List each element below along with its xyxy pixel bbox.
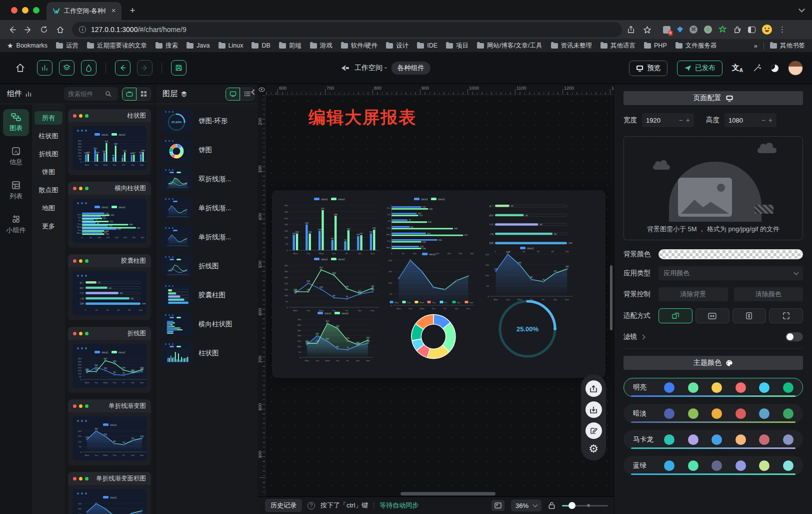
bookmark-folder[interactable]: 设计 <box>386 42 408 50</box>
theme-color-dot[interactable] <box>759 382 770 393</box>
publish-action-button[interactable] <box>586 380 602 397</box>
bookmark-folder[interactable]: PHP <box>644 42 667 49</box>
bookmark-folder[interactable]: 网站/博客/文章/工具 <box>477 42 542 50</box>
profile-avatar[interactable] <box>762 25 772 35</box>
sidebar-tab-1[interactable]: 图表 <box>3 109 29 136</box>
site-info-icon[interactable]: i <box>79 26 86 33</box>
reload-button[interactable] <box>37 23 51 37</box>
zoom-select[interactable]: 36% <box>511 499 542 511</box>
slider-handle[interactable] <box>568 502 576 509</box>
redo-button[interactable] <box>137 60 152 76</box>
board-title-text[interactable]: 编辑大屏报表 <box>308 106 416 129</box>
theme-color-dot[interactable] <box>712 382 722 393</box>
vertical-scrollbar[interactable] <box>610 265 612 330</box>
language-icon[interactable]: 文A <box>732 63 743 73</box>
theme-color-dot[interactable] <box>712 460 722 471</box>
component-card[interactable]: 柱状图data1data2050100150200250300350MonTue… <box>68 109 151 175</box>
category-3[interactable]: 折线图 <box>34 147 62 161</box>
search-input[interactable] <box>68 91 103 98</box>
dashboard-chart-line-gradient-2[interactable]: data1050100150200MonTueWedThuFriSatSun12… <box>482 245 575 301</box>
help-icon[interactable]: ? <box>308 502 315 509</box>
fit-stretch-button[interactable] <box>769 308 803 323</box>
layer-item[interactable]: 25.00%饼图-环形 <box>162 109 254 133</box>
height-value[interactable]: 1080 <box>728 117 758 124</box>
theme-color-dot[interactable] <box>664 408 674 419</box>
theme-color-dot[interactable] <box>736 460 746 471</box>
component-card[interactable]: 单折线渐变图data1050100150200MonTueWedThuFriSa… <box>68 399 151 465</box>
bookmark-folder[interactable]: 其他语言 <box>600 42 636 50</box>
app-type-select[interactable]: 应用颜色 <box>658 266 803 280</box>
fit-scale-button[interactable] <box>658 308 692 323</box>
layer-list-view-toggle[interactable] <box>240 88 254 101</box>
layer-item[interactable]: 胶囊柱图 <box>162 283 254 307</box>
bookmark-folder[interactable]: 近期需要读的文章 <box>87 42 147 50</box>
theme-color-dot[interactable] <box>688 408 698 419</box>
browser-menu-icon[interactable]: ⋮ <box>778 25 786 34</box>
theme-color-dot[interactable] <box>759 460 770 471</box>
clear-color-button[interactable]: 清除颜色 <box>734 287 804 301</box>
extension-kite-icon[interactable] <box>677 27 683 33</box>
details-panel-toggle[interactable] <box>81 60 96 76</box>
theme-color-dot[interactable] <box>664 382 674 393</box>
app-home-button[interactable] <box>15 63 30 73</box>
page-config-header[interactable]: 页面配置 <box>624 91 803 105</box>
category-6[interactable]: 地图 <box>34 201 62 215</box>
theme-color-dot[interactable] <box>712 408 722 419</box>
layer-thumbnail-view-toggle[interactable] <box>226 88 240 101</box>
theme-color-header[interactable]: 主题颜色 <box>624 356 803 370</box>
theme-color-dot[interactable] <box>783 382 794 393</box>
bookmark-folder[interactable]: Java <box>186 42 210 49</box>
edit-action-button[interactable] <box>586 422 602 439</box>
extension-dot-icon[interactable] <box>704 26 712 34</box>
theme-color-dot[interactable] <box>783 460 794 471</box>
theme-row-明亮[interactable]: 明亮 <box>624 378 803 397</box>
bookmark-folder[interactable]: 项目 <box>446 42 468 50</box>
layer-item[interactable]: 饼图 <box>162 138 254 162</box>
theme-color-dot[interactable] <box>759 408 770 419</box>
share-icon[interactable] <box>624 23 638 37</box>
theme-row-暗淡[interactable]: 暗淡 <box>624 404 803 423</box>
magic-wand-icon[interactable] <box>752 64 762 73</box>
background-upload-dropzone[interactable]: 背景图需小于 5M ， 格式为 png/jpg/gif 的文件 <box>624 136 803 240</box>
bookmark-folder[interactable]: 资讯未整理 <box>551 42 592 50</box>
bookmarks-overflow-icon[interactable]: » <box>754 42 758 50</box>
minus-icon[interactable]: − <box>762 116 766 124</box>
component-card[interactable]: 横向柱状图data1data2050100150200250300350Sun1… <box>68 182 151 248</box>
height-stepper[interactable]: 1080 − + <box>724 113 776 127</box>
horizontal-scrollbar[interactable] <box>400 492 496 495</box>
settings-gear-icon[interactable]: ⚙ <box>588 443 598 454</box>
fit-width-button[interactable] <box>696 308 730 323</box>
extensions-puzzle-icon[interactable] <box>733 26 742 34</box>
bookmark-folder[interactable]: DB <box>252 42 270 49</box>
tab-close-icon[interactable]: × <box>110 7 118 15</box>
user-avatar[interactable] <box>788 61 803 76</box>
minimize-window-icon[interactable] <box>22 7 28 14</box>
bookmark-star-icon[interactable] <box>640 23 654 37</box>
category-7[interactable]: 更多 <box>34 219 62 233</box>
theme-color-dot[interactable] <box>736 382 746 393</box>
category-5[interactable]: 散点图 <box>34 183 62 197</box>
plus-icon[interactable]: + <box>768 116 772 124</box>
category-2[interactable]: 柱状图 <box>34 129 62 143</box>
category-1[interactable]: 所有 <box>34 111 62 125</box>
close-window-icon[interactable] <box>11 7 18 14</box>
bookmark-folder[interactable]: IDE <box>417 42 438 49</box>
width-stepper[interactable]: 1920 − + <box>642 113 694 127</box>
ruler-eye-icon[interactable] <box>258 84 266 95</box>
theme-color-dot[interactable] <box>759 434 770 445</box>
single-view-toggle[interactable] <box>122 88 136 101</box>
sidebar-tab-3[interactable]: 列表 <box>3 177 29 204</box>
dark-mode-icon[interactable] <box>771 65 778 72</box>
dashboard-chart-area[interactable]: data1data2050100150200250300350MonTueWed… <box>294 310 375 362</box>
save-button[interactable] <box>171 60 186 76</box>
theme-color-dot[interactable] <box>736 434 746 445</box>
address-bar[interactable]: i 127.0.0.1:3000/#/chart/home/9 <box>72 22 622 37</box>
dashboard-panel[interactable]: data1data2050100150200250300350MonTueWed… <box>272 190 606 378</box>
bookmark-folder[interactable]: 前端 <box>279 42 302 50</box>
bookmark-folder[interactable]: Linux <box>218 42 244 49</box>
category-4[interactable]: 饼图 <box>34 165 62 179</box>
layer-item[interactable]: 单折线渐... <box>162 225 254 249</box>
zoom-slider[interactable] <box>562 505 608 506</box>
theme-color-dot[interactable] <box>688 382 698 393</box>
theme-color-dot[interactable] <box>712 434 722 445</box>
